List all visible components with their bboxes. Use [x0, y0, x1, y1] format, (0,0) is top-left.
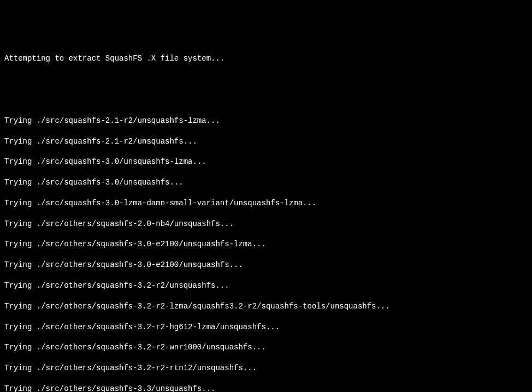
- trying-line: Trying ./src/others/squashfs-3.2-r2-lzma…: [4, 301, 528, 312]
- trying-line: Trying ./src/squashfs-3.0/unsquashfs...: [4, 177, 528, 188]
- trying-line: Trying ./src/squashfs-3.0-lzma-damn-smal…: [4, 198, 528, 209]
- blank-line: [4, 95, 528, 105]
- trying-line: Trying ./src/others/squashfs-2.0-nb4/uns…: [4, 219, 528, 229]
- trying-line: Trying ./src/others/squashfs-3.0-e2100/u…: [4, 239, 528, 250]
- blank-line: [4, 74, 528, 85]
- terminal-output: Attempting to extract SquashFS .X file s…: [4, 44, 528, 392]
- trying-line: Trying ./src/squashfs-2.1-r2/unsquashfs.…: [4, 136, 528, 147]
- trying-line: Trying ./src/others/squashfs-3.2-r2/unsq…: [4, 281, 528, 291]
- trying-line: Trying ./src/others/squashfs-3.3/unsquas…: [4, 384, 528, 392]
- trying-line: Trying ./src/others/squashfs-3.2-r2-wnr1…: [4, 342, 528, 353]
- trying-line: Trying ./src/others/squashfs-3.2-r2-rtn1…: [4, 363, 528, 373]
- trying-line: Trying ./src/others/squashfs-3.0-e2100/u…: [4, 260, 528, 270]
- trying-line: Trying ./src/squashfs-2.1-r2/unsquashfs-…: [4, 116, 528, 126]
- trying-line: Trying ./src/others/squashfs-3.2-r2-hg61…: [4, 322, 528, 332]
- header-line: Attempting to extract SquashFS .X file s…: [4, 54, 528, 64]
- trying-line: Trying ./src/squashfs-3.0/unsquashfs-lzm…: [4, 157, 528, 167]
